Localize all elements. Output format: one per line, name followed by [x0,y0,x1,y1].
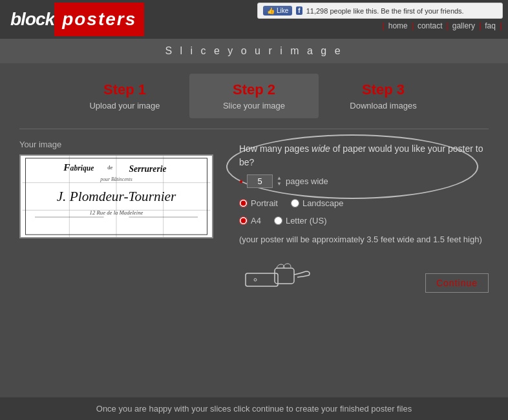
portrait-label: Portrait [251,198,278,208]
nav-separator-5: | [500,21,502,30]
step-2[interactable]: Step 2 Slice your image [189,74,319,118]
facebook-like-button[interactable]: 👍 Like [263,6,292,16]
paper-size-row: A4 Letter (US) [239,216,489,226]
landscape-label: Landscape [302,198,344,208]
portrait-option[interactable]: Portrait [239,198,278,208]
a4-option[interactable]: A4 [239,216,261,226]
nav-separator-3: | [447,21,449,30]
nav-links: | home | contact | gallery | faq | [381,21,503,30]
letter-radio[interactable] [274,216,282,225]
a4-label: A4 [251,216,261,226]
nav-home[interactable]: home [386,21,410,30]
pages-wide-label: pages wide [286,176,328,186]
portrait-radio[interactable] [239,199,248,207]
header: block posters 👍 Like f 11,298 people lik… [0,0,508,39]
facebook-count-text: 11,298 people like this. Be the first of… [306,7,464,15]
facebook-bar: 👍 Like f 11,298 people like this. Be the… [257,3,503,19]
main-content: Your image Fabrique de Serrurerie [0,140,508,293]
nav-gallery[interactable]: gallery [450,21,478,30]
pages-question: How many pages wide of paper would you l… [239,140,489,169]
step-1-label: Upload your image [70,101,179,110]
your-image-label: Your image [19,140,226,149]
pages-down-arrow[interactable]: ▼ [277,182,282,187]
nav-faq[interactable]: faq [482,21,498,30]
question-wide-italic: wide [312,143,330,154]
pages-up-arrow[interactable]: ▲ [277,176,282,181]
nav-separator-1: | [383,21,385,30]
nav-separator-4: | [479,21,481,30]
letter-label: Letter (US) [286,216,327,226]
footer-text: Once you are happy with your slices clic… [96,404,412,414]
svg-text:de: de [107,164,112,171]
footer: Once you are happy with your slices clic… [0,397,508,420]
nav-contact[interactable]: contact [415,21,445,30]
image-panel: Your image Fabrique de Serrurerie [13,140,233,238]
svg-text:pour Bâtincents: pour Bâtincents [100,176,132,182]
step-3-label: Download images [329,101,438,110]
logo: block posters [0,0,144,39]
poster-image: Fabrique de Serrurerie pour Bâtincents J… [21,156,212,237]
header-right: 👍 Like f 11,298 people like this. Be the… [144,0,508,30]
svg-rect-15 [246,273,278,286]
hand-continue-row: Continue [239,254,489,293]
landscape-option[interactable]: Landscape [291,198,344,208]
options-panel: How many pages wide of paper would you l… [233,140,495,293]
a4-radio[interactable] [239,216,248,225]
svg-text:12 Rue de la Madeleine: 12 Rue de la Madeleine [90,209,143,216]
logo-posters-text: posters [54,3,144,36]
pages-input-row: ● ▲ ▼ pages wide [239,174,489,188]
letter-option[interactable]: Letter (US) [274,216,327,226]
svg-text:Serrurerie: Serrurerie [129,164,166,174]
step-3[interactable]: Step 3 Download images [319,74,448,118]
image-container: Fabrique de Serrurerie pour Bâtincents J… [19,154,213,238]
svg-text:J. Plomdeur-Tournier: J. Plomdeur-Tournier [57,189,176,204]
pages-spin-arrows[interactable]: ▲ ▼ [277,176,282,187]
nav-separator-2: | [412,21,414,30]
step-2-number: Step 2 [200,81,308,98]
page-title: S l i c e y o u r i m a g e [0,39,508,63]
hand-svg [239,254,317,293]
landscape-radio[interactable] [291,199,299,207]
svg-point-17 [254,278,257,281]
fb-thumbs-icon: 👍 [267,7,275,14]
question-text-1: How many pages [239,143,312,154]
steps-container: Step 1 Upload your image Step 2 Slice yo… [0,63,508,129]
logo-block-text: block [0,3,54,36]
step-3-number: Step 3 [329,81,438,98]
step-1[interactable]: Step 1 Upload your image [60,74,189,118]
section-divider [19,129,489,129]
pages-input[interactable] [247,174,273,188]
step-1-number: Step 1 [70,81,179,98]
hand-pointer-icon [239,254,317,293]
pages-radio-indicator: ● [239,178,243,185]
poster-size-info: (your poster will be approximately 3.5 f… [239,233,489,246]
step-2-label: Slice your image [200,101,308,110]
orientation-row: Portrait Landscape [239,198,489,208]
facebook-icon: f [296,6,302,15]
continue-button[interactable]: Continue [425,273,489,293]
